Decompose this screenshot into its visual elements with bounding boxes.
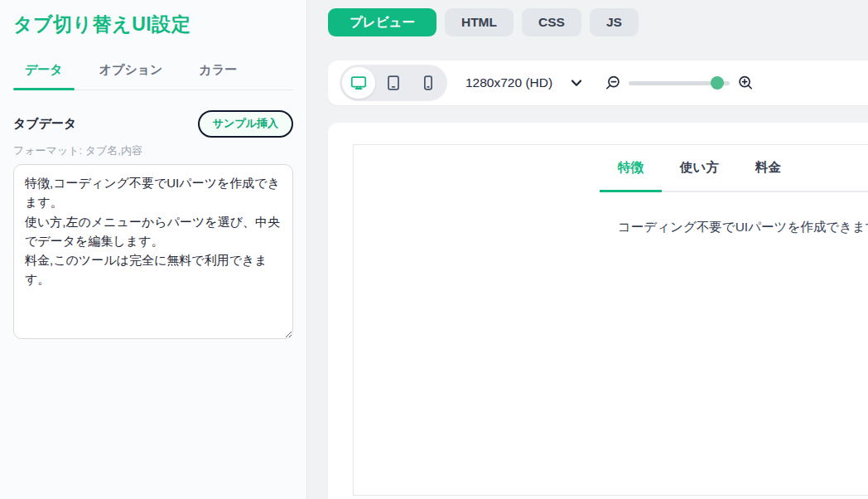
zoom-controls [602,73,756,94]
resolution-select[interactable]: 1280x720 (HD) [465,75,582,90]
preview-tab-features[interactable]: 特徴 [600,145,662,191]
zoom-slider[interactable] [629,76,730,90]
view-tab-js[interactable]: JS [590,8,639,36]
sidebar-tab-colors[interactable]: カラー [187,62,248,90]
resolution-value: 1280x720 (HD) [465,75,552,90]
tab-data-textarea[interactable]: 特徴,コーディング不要でUIパーツを作成できます。 使い方,左のメニューからパー… [13,164,293,339]
generated-tab-widget: 特徴 使い方 料金 コーディング不要でUIパーツを作成できます。 [600,145,868,236]
sidebar-tab-data[interactable]: データ [13,62,75,90]
device-tablet-button[interactable] [377,67,410,99]
preview-panel: 特徴 使い方 料金 コーディング不要でUIパーツを作成できます。 [328,123,868,499]
preview-toolbar: 1280x720 (HD) [328,61,868,105]
chevron-down-icon [571,80,582,87]
panel-title: タブ切り替えUI設定 [13,12,293,37]
zoom-in-button[interactable] [735,73,756,94]
view-tab-html[interactable]: HTML [445,8,514,36]
desktop-icon [350,74,368,92]
insert-sample-button[interactable]: サンプル挿入 [198,110,293,138]
tab-data-field-header: タブデータ サンプル挿入 [13,110,293,138]
zoom-in-icon [737,75,755,92]
tab-data-label: タブデータ [13,116,76,132]
main-panel: プレビュー HTML CSS JS [307,0,868,499]
preview-tab-bar: 特徴 使い方 料金 [600,145,868,192]
view-tab-preview[interactable]: プレビュー [328,8,436,36]
preview-tab-pricing[interactable]: 料金 [737,145,799,191]
device-desktop-button[interactable] [342,67,375,99]
phone-icon [419,74,437,92]
settings-sidebar: タブ切り替えUI設定 データ オプション カラー タブデータ サンプル挿入 フォ… [0,0,307,499]
preview-tab-content: コーディング不要でUIパーツを作成できます。 [618,219,868,236]
zoom-out-button[interactable] [602,73,623,94]
preview-frame: 特徴 使い方 料金 コーディング不要でUIパーツを作成できます。 [353,144,868,496]
tablet-icon [384,74,403,92]
sidebar-tab-bar: データ オプション カラー [13,62,293,90]
device-phone-button[interactable] [412,67,445,99]
view-tab-bar: プレビュー HTML CSS JS [328,8,868,36]
sidebar-tab-options[interactable]: オプション [88,62,175,90]
zoom-slider-thumb[interactable] [711,76,724,90]
view-tab-css[interactable]: CSS [522,8,581,36]
app-root: タブ切り替えUI設定 データ オプション カラー タブデータ サンプル挿入 フォ… [0,0,868,499]
device-switcher [340,65,447,101]
preview-tab-usage[interactable]: 使い方 [662,145,737,191]
format-hint: フォーマット: タブ名,内容 [13,143,293,158]
zoom-out-icon [604,75,621,92]
